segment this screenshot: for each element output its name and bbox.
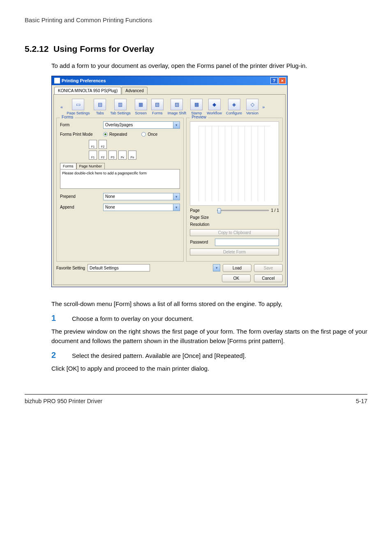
preview-canvas — [190, 121, 279, 206]
paragraph-preview: The preview window on the right shows th… — [51, 327, 367, 346]
tab-plugin[interactable]: KONICA MINOLTA 950 PS(Plug) — [54, 87, 121, 94]
footer-rule — [25, 394, 367, 395]
image-shift-icon: ▨ — [171, 99, 183, 110]
form-select[interactable]: Overlay2pages ▾ — [103, 121, 180, 129]
prepend-select[interactable]: None ▾ — [103, 193, 180, 200]
pattern-page: Px — [118, 151, 127, 160]
toolbar-right-arrow[interactable]: » — [261, 104, 266, 109]
favorite-label: Favorite Setting — [56, 266, 85, 270]
tool-stamp[interactable]: ▩Stamp — [188, 99, 205, 115]
pagesize-label: Page Size — [190, 215, 214, 220]
dialog-body: « ▭Page Settings ▤Tabs ▥Tab Settings ▦Sc… — [53, 94, 286, 285]
page-counter: 1 / 1 — [271, 208, 279, 213]
pattern-page: F1 — [89, 151, 97, 160]
step-number: 1 — [51, 313, 72, 323]
tool-label: Image Shift — [168, 111, 187, 115]
radio-label: Repeated — [109, 132, 127, 137]
pattern-page: F2 — [99, 151, 107, 160]
screen-icon: ▦ — [135, 99, 147, 110]
window-title: Printing Preferences — [62, 78, 106, 83]
pattern-page: P3 — [108, 151, 117, 160]
pattern-illustration: F1 F2 F1 F2 P3 Px Pn — [89, 140, 180, 160]
footer-right: 5-17 — [356, 398, 367, 404]
pagespecific-form-list[interactable]: Please double-click here to add a pagesp… — [60, 169, 180, 189]
tool-configure[interactable]: ◈Configure — [224, 99, 244, 115]
printing-preferences-dialog: Printing Preferences ? × KONICA MINOLTA … — [51, 76, 288, 287]
pattern-page: F2 — [99, 140, 107, 149]
tool-label: Tab Settings — [110, 111, 131, 115]
cancel-button[interactable]: Cancel — [254, 274, 283, 282]
form-select-value: Overlay2pages — [105, 123, 133, 127]
section-number: 5.2.12 — [25, 44, 48, 53]
favorite-row: Favorite Setting Default Settings ▾ Load… — [56, 264, 283, 272]
tool-label: Version — [246, 111, 258, 115]
append-label: Append — [60, 205, 103, 209]
tab-advanced[interactable]: Advanced — [122, 87, 147, 94]
pattern-page: F1 — [89, 140, 97, 149]
chevron-down-icon: ▾ — [173, 204, 180, 211]
chevron-down-icon: ▾ — [173, 193, 180, 200]
tool-forms[interactable]: ▧Forms — [149, 99, 166, 115]
step-number: 2 — [51, 350, 72, 360]
inner-tab-page-number[interactable]: Page Number — [76, 163, 105, 169]
preview-legend: Preview — [190, 115, 208, 119]
tool-screen[interactable]: ▦Screen — [133, 99, 149, 115]
favorite-dropdown-button[interactable]: ▾ — [213, 264, 220, 272]
paragraph-after-screenshot: The scroll-down menu [Form] shows a list… — [51, 299, 367, 309]
inner-tab-forms[interactable]: Forms — [60, 163, 76, 169]
append-select[interactable]: None ▾ — [103, 204, 180, 211]
tool-tab-settings[interactable]: ▥Tab Settings — [108, 99, 133, 115]
section-heading: 5.2.12 Using Forms for Overlay — [25, 44, 367, 54]
prepend-value: None — [105, 194, 115, 199]
tool-label: Tabs — [96, 111, 104, 115]
ok-button[interactable]: OK — [222, 274, 251, 282]
preview-fieldset: Preview Page 1 / 1 Page Size Resolution … — [186, 118, 283, 262]
page-label: Page — [190, 208, 214, 213]
chevron-down-icon: ▾ — [173, 122, 180, 128]
password-input[interactable] — [215, 239, 279, 246]
forms-legend: Forms — [60, 115, 75, 119]
favorite-value: Default Settings — [90, 266, 119, 270]
load-button[interactable]: Load — [223, 264, 251, 272]
toolbar-left-arrow[interactable]: « — [59, 104, 65, 109]
footer-left: bizhub PRO 950 Printer Driver — [25, 398, 102, 404]
tool-version[interactable]: ◇Version — [244, 99, 261, 115]
tool-label: Screen — [135, 111, 147, 115]
forms-icon: ▧ — [151, 99, 164, 110]
page-header: Basic Printing and Common Printing Funct… — [25, 16, 367, 23]
form-label: Form — [60, 123, 103, 127]
window-icon — [54, 78, 60, 84]
forms-print-mode-label: Forms Print Mode — [60, 132, 103, 137]
section-title: Using Forms for Overlay — [53, 44, 154, 53]
window-titlebar: Printing Preferences ? × — [52, 76, 287, 85]
favorite-select[interactable]: Default Settings — [88, 264, 150, 272]
tool-workflow[interactable]: ◆Workflow — [205, 99, 224, 115]
close-button[interactable]: × — [279, 77, 286, 84]
tool-label: Configure — [226, 111, 242, 115]
delete-form-button[interactable]: Delete Form — [190, 248, 279, 255]
tool-tabs[interactable]: ▤Tabs — [92, 99, 108, 115]
tool-label: Workflow — [207, 111, 222, 115]
copy-to-clipboard-button[interactable]: Copy to Clipboard — [190, 229, 279, 236]
append-value: None — [105, 205, 115, 209]
step-text: Select the desired pattern. Available ar… — [72, 352, 367, 359]
tabs-icon: ▤ — [94, 99, 106, 110]
tab-settings-icon: ▥ — [114, 99, 127, 110]
tool-image-shift[interactable]: ▨Image Shift — [166, 99, 189, 115]
page-slider[interactable] — [217, 210, 268, 211]
configure-icon: ◈ — [228, 99, 240, 110]
pattern-page: Pn — [128, 151, 136, 160]
radio-repeated[interactable]: Repeated — [103, 132, 127, 137]
tool-label: Forms — [152, 111, 163, 115]
slider-thumb-icon — [217, 208, 221, 214]
radio-dot-icon — [141, 132, 146, 137]
paragraph-ok: Click [OK] to apply and proceed to the m… — [51, 364, 367, 374]
step-1: 1 Choose a form to overlay on your docum… — [51, 313, 367, 323]
radio-once[interactable]: Once — [141, 132, 157, 137]
inner-tab-row: Forms Page Number — [60, 163, 180, 169]
save-button[interactable]: Save — [254, 264, 283, 272]
help-button[interactable]: ? — [270, 77, 278, 84]
tool-page-settings[interactable]: ▭Page Settings — [65, 99, 92, 115]
radio-label: Once — [148, 132, 157, 137]
preview-grid — [198, 126, 270, 201]
